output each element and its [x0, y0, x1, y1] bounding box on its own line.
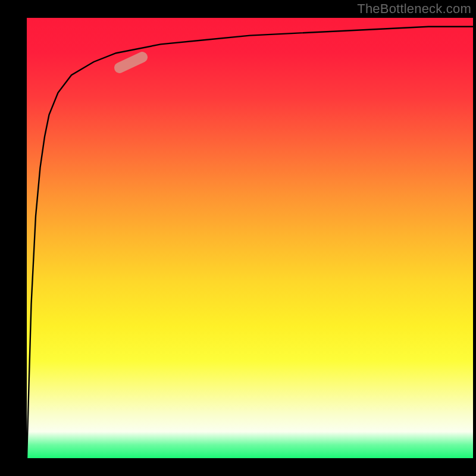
chart-curve [27, 18, 473, 458]
watermark-text: TheBottleneck.com [357, 1, 471, 17]
